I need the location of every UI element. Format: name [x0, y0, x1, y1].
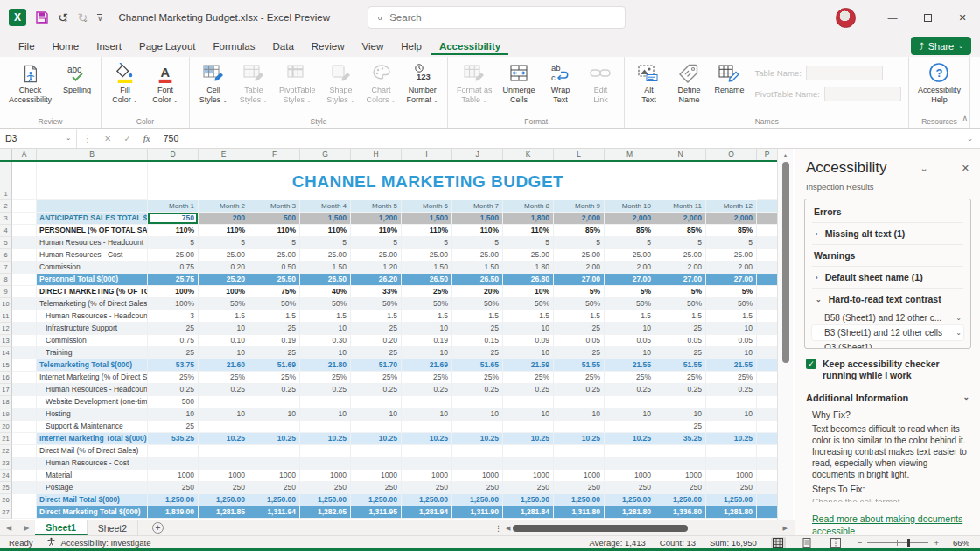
cell[interactable]: 85%	[554, 225, 605, 237]
cell[interactable]: 25.00	[706, 249, 757, 262]
cell[interactable]: 40%	[300, 286, 351, 298]
cell[interactable]: 21.69	[402, 359, 452, 372]
cell[interactable]	[12, 506, 37, 519]
cell-label[interactable]: Support & Maintenance	[37, 421, 148, 433]
cell[interactable]: 25.00	[503, 249, 554, 262]
cell[interactable]	[300, 445, 351, 457]
cell[interactable]: 110%	[351, 225, 402, 237]
cell[interactable]: 0.75	[148, 335, 199, 347]
cell[interactable]: 535.25	[148, 433, 199, 445]
cell[interactable]: 10.25	[605, 433, 655, 445]
cell[interactable]: 1,311.94	[249, 506, 300, 519]
row-header-8[interactable]: 8	[0, 274, 12, 286]
unmerge-cells-button[interactable]: Unmerge Cells	[497, 60, 540, 108]
cell[interactable]: 2,000	[554, 213, 605, 225]
cell[interactable]: 0.25	[249, 384, 300, 396]
status-count[interactable]: Count: 13	[660, 538, 696, 548]
cell[interactable]: 26.20	[351, 274, 402, 286]
cell[interactable]	[12, 457, 37, 470]
cell[interactable]	[12, 274, 37, 286]
cell[interactable]: 0.05	[655, 335, 706, 347]
cell[interactable]: 2.00	[706, 262, 757, 274]
cell-month-7[interactable]: Month 7	[452, 200, 503, 213]
cell[interactable]: 10.25	[706, 433, 757, 445]
cell[interactable]: 25%	[706, 372, 757, 384]
cell[interactable]: 100%	[148, 298, 199, 310]
active-cell-d3[interactable]: 750	[148, 213, 199, 225]
cell[interactable]: 10	[402, 347, 452, 359]
cell[interactable]: 0.05	[605, 335, 655, 347]
column-header-d[interactable]: D	[148, 149, 199, 160]
cell[interactable]: 51.55	[655, 359, 706, 372]
cell-month-11[interactable]: Month 11	[655, 200, 706, 213]
cell[interactable]	[503, 445, 554, 457]
cell-label[interactable]: Website Development (one-time cost)	[37, 396, 148, 408]
column-header-o[interactable]: O	[706, 149, 757, 160]
cell[interactable]: 1,839.00	[148, 506, 199, 519]
cell[interactable]: 1.5	[706, 310, 757, 323]
cell-label[interactable]: ANTICIPATED SALES TOTAL $(000)	[37, 213, 148, 225]
cell[interactable]: 250	[554, 482, 605, 494]
cell[interactable]: 25	[148, 347, 199, 359]
column-header-j[interactable]: J	[452, 149, 503, 160]
cell[interactable]: 10%	[503, 286, 554, 298]
cell[interactable]: 250	[503, 482, 554, 494]
column-header-g[interactable]: G	[300, 149, 351, 160]
pane-close-icon[interactable]: ✕	[949, 163, 970, 174]
name-box[interactable]: D3⌄	[0, 129, 77, 148]
cell[interactable]: 25%	[452, 372, 503, 384]
cell-label[interactable]: Telemarketing (% of Direct Sales)	[37, 298, 148, 310]
row-header-9[interactable]: 9	[0, 286, 12, 298]
share-button[interactable]: ⤴ Share ⌄	[911, 37, 971, 55]
status-sum[interactable]: Sum: 16,950	[710, 538, 757, 548]
cell[interactable]: 0.05	[554, 335, 605, 347]
cell[interactable]: 5	[148, 237, 199, 249]
cell[interactable]: 0.20	[199, 262, 249, 274]
cell[interactable]: 10	[503, 347, 554, 359]
cell[interactable]: 25.00	[351, 249, 402, 262]
cell[interactable]: 25%	[655, 372, 706, 384]
cell-label[interactable]: Training	[37, 347, 148, 359]
row-header-25[interactable]: 25	[0, 482, 12, 494]
cell[interactable]	[199, 421, 249, 433]
cell[interactable]: 3	[148, 310, 199, 323]
cell[interactable]: 10.25	[452, 433, 503, 445]
scroll-up-icon[interactable]: ▲	[782, 149, 788, 162]
cell[interactable]: 250	[199, 482, 249, 494]
cell[interactable]	[12, 470, 37, 482]
minimize-button[interactable]: —	[875, 0, 910, 35]
row-header-21[interactable]: 21	[0, 433, 12, 445]
row-header-23[interactable]: 23	[0, 457, 12, 470]
cell[interactable]: 25.00	[199, 249, 249, 262]
cell[interactable]: 25.75	[148, 274, 199, 286]
cell-label[interactable]: Internet Marketing (% of Direct Sales)	[37, 372, 148, 384]
close-button[interactable]: ✕	[945, 0, 980, 35]
cell[interactable]: 110%	[402, 225, 452, 237]
cell[interactable]	[655, 396, 706, 408]
cell[interactable]: 25%	[249, 372, 300, 384]
tab-bar-splitter[interactable]: ⋮	[491, 524, 506, 533]
cell[interactable]: 1000	[402, 470, 452, 482]
tab-data[interactable]: Data	[265, 38, 302, 55]
chevron-down-icon[interactable]: ⌄	[956, 329, 962, 337]
cell-label[interactable]: Direct Mail Total $(000)	[37, 494, 148, 506]
cell[interactable]: 1.5	[452, 310, 503, 323]
cell[interactable]: 1,200	[351, 213, 402, 225]
cell[interactable]: 25	[554, 347, 605, 359]
read-more-link[interactable]: Read more about making documents accessi…	[812, 513, 968, 535]
cell[interactable]: 250	[249, 482, 300, 494]
cell[interactable]	[12, 433, 37, 445]
cell[interactable]: 1,281.84	[503, 506, 554, 519]
cell[interactable]	[452, 421, 503, 433]
alt-text-button[interactable]: Alt Text	[628, 60, 668, 108]
cell[interactable]: 10	[706, 408, 757, 421]
cell[interactable]: 1,250.00	[605, 494, 655, 506]
cell[interactable]: 250	[402, 482, 452, 494]
cell[interactable]: 0.50	[249, 262, 300, 274]
cell[interactable]: 10	[706, 323, 757, 335]
save-button[interactable]	[35, 10, 49, 24]
cell[interactable]: 25.00	[249, 249, 300, 262]
cell[interactable]: 250	[148, 482, 199, 494]
cell[interactable]: 0.25	[199, 384, 249, 396]
cell[interactable]	[605, 445, 655, 457]
